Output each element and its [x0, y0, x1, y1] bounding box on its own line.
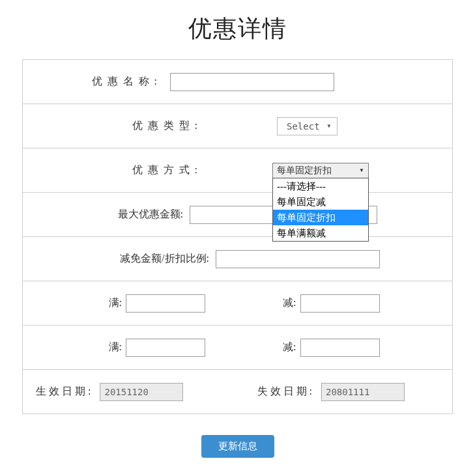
- method-option-threshold-minus[interactable]: 每单满额减: [273, 225, 368, 241]
- input-full-2[interactable]: [126, 339, 205, 357]
- label-max-amount: 最大优惠金额:: [23, 208, 186, 221]
- select-type[interactable]: Select ▼: [277, 117, 338, 135]
- label-method: 优惠方式:: [23, 163, 205, 177]
- row-threshold-1: 满: 减:: [23, 281, 452, 326]
- select-type-value: Select: [287, 121, 320, 132]
- method-option-fixed-minus[interactable]: 每单固定减: [273, 194, 368, 210]
- row-type: 优惠类型: Select ▼: [23, 104, 452, 148]
- row-name: 优惠名称:: [23, 60, 452, 104]
- row-threshold-2: 满: 减:: [23, 326, 452, 370]
- label-full-1: 满:: [23, 296, 122, 310]
- method-option-placeholder[interactable]: ---请选择---: [273, 178, 368, 194]
- button-bar: 更新信息: [22, 435, 453, 458]
- label-type: 优惠类型:: [23, 119, 205, 133]
- label-reduce-2: 减:: [238, 341, 296, 354]
- label-name: 优惠名称:: [23, 75, 165, 89]
- select-method[interactable]: 每单固定折扣 ▼: [272, 163, 369, 178]
- input-effective-date[interactable]: [100, 383, 183, 401]
- input-reduce-1[interactable]: [300, 294, 380, 313]
- label-effective-date: 生效日期:: [36, 385, 93, 399]
- label-discount-ratio: 减免金额/折扣比例:: [23, 252, 212, 266]
- chevron-down-icon: ▼: [359, 167, 364, 173]
- input-name[interactable]: [170, 73, 334, 91]
- form-table: 优惠名称: 优惠类型: Select ▼ 优惠方式: 每单固定折扣 ▼: [22, 59, 453, 414]
- input-reduce-2[interactable]: [300, 339, 380, 357]
- row-max-amount: 最大优惠金额:: [23, 193, 452, 237]
- select-method-options: ---请选择--- 每单固定减 每单固定折扣 每单满额减: [272, 178, 369, 242]
- select-method-value: 每单固定折扣: [277, 165, 332, 176]
- page-title: 优惠详情: [22, 13, 453, 45]
- chevron-down-icon: ▼: [328, 123, 331, 129]
- row-method: 优惠方式: 每单固定折扣 ▼ ---请选择--- 每单固定减 每单固定折扣 每单…: [23, 148, 452, 193]
- input-full-1[interactable]: [126, 294, 205, 313]
- label-full-2: 满:: [23, 341, 122, 354]
- row-discount-ratio: 减免金额/折扣比例:: [23, 237, 452, 281]
- label-reduce-1: 减:: [238, 296, 296, 310]
- row-dates: 生效日期: 失效日期:: [23, 370, 452, 414]
- method-option-fixed-discount[interactable]: 每单固定折扣: [273, 210, 368, 225]
- submit-button[interactable]: 更新信息: [201, 435, 274, 458]
- input-expire-date[interactable]: [321, 383, 405, 401]
- label-expire-date: 失效日期:: [257, 385, 315, 399]
- input-discount-ratio[interactable]: [216, 250, 380, 268]
